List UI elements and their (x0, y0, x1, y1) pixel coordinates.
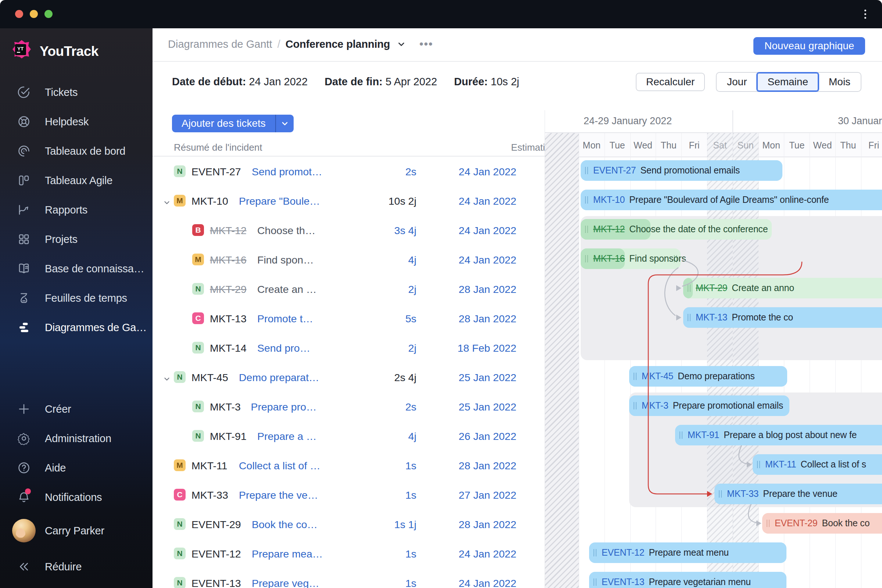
gantt-bar-MKT-29[interactable]: MKT-29Create an anno (683, 278, 882, 298)
start-date-value[interactable]: 24 Jan 2022 (459, 254, 516, 266)
more-options-icon[interactable]: ••• (419, 38, 433, 50)
drag-handle[interactable] (719, 490, 722, 498)
drag-handle[interactable] (585, 226, 588, 233)
gantt-bar-MKT-11[interactable]: MKT-11Collect a list of s (753, 454, 882, 475)
estimation-value[interactable]: 4j (408, 430, 416, 442)
start-date-value[interactable]: 27 Jan 2022 (459, 489, 516, 501)
drag-handle[interactable] (680, 432, 682, 439)
start-date-value[interactable]: 26 Jan 2022 (459, 430, 516, 442)
issue-summary-link[interactable]: Create an … (257, 284, 317, 296)
sidebar-item-administration[interactable]: Administration (0, 424, 153, 453)
start-date-value[interactable]: 24 Jan 2022 (459, 578, 516, 588)
issue-id[interactable]: MKT-14 (210, 342, 247, 354)
bar-issue-id[interactable]: EVENT-13 (602, 577, 645, 587)
drag-handle[interactable] (585, 255, 588, 262)
recalculate-button[interactable]: Recalculer (636, 73, 705, 91)
gantt-bar-MKT-12[interactable]: MKT-12Choose the date of the conference (580, 219, 772, 240)
issue-id[interactable]: MKT-11 (192, 460, 228, 472)
sidebar-item-user-profile[interactable]: Carry Parker (0, 514, 153, 547)
drag-handle[interactable] (688, 314, 690, 321)
bar-issue-id[interactable]: MKT-12 (593, 224, 625, 234)
issue-summary-link[interactable]: Prepare the ve… (239, 489, 318, 501)
issue-summary-link[interactable]: Promote t… (257, 313, 313, 325)
bar-issue-id[interactable]: MKT-3 (642, 400, 669, 411)
issue-row-EVENT-29[interactable]: NEVENT-29Book the co…1s 1j28 Jan 2022 (153, 509, 545, 539)
drag-handle[interactable] (594, 579, 597, 586)
sidebar-item-r-duire[interactable]: Réduire (0, 552, 153, 581)
window-close-button[interactable] (15, 10, 23, 18)
start-date-value[interactable]: 28 Jan 2022 (459, 313, 516, 325)
start-date-value[interactable]: 28 Jan 2022 (459, 460, 516, 472)
issue-id[interactable]: MKT-12 (210, 225, 247, 237)
issue-row-MKT-12[interactable]: BMKT-12Choose th…3s 4j24 Jan 2022 (153, 215, 545, 245)
drag-handle[interactable] (688, 285, 690, 292)
issue-id[interactable]: MKT-10 (192, 195, 228, 207)
estimation-value[interactable]: 1s 1j (394, 519, 416, 531)
drag-handle[interactable] (594, 549, 597, 556)
sidebar-item-helpdesk[interactable]: Helpdesk (0, 107, 153, 136)
sidebar-item-aide[interactable]: Aide (0, 453, 153, 483)
bar-issue-id[interactable]: MKT-11 (765, 459, 796, 469)
gantt-bar-MKT-45[interactable]: MKT-45Demo preparations (629, 366, 787, 387)
gantt-bar-EVENT-12[interactable]: EVENT-12Prepare meat menu (589, 542, 786, 563)
chevron-down-icon[interactable] (396, 39, 406, 49)
gantt-bar-EVENT-29[interactable]: EVENT-29Book the co (762, 513, 882, 534)
bar-issue-id[interactable]: MKT-33 (727, 488, 759, 499)
issue-row-MKT-10[interactable]: MMKT-10Prepare "Boule…10s 2j24 Jan 2022 (153, 186, 545, 215)
expand-chevron-icon[interactable] (163, 198, 171, 207)
issue-summary-link[interactable]: Prepare veg… (252, 578, 320, 588)
sidebar-item-feuilles-de-temps[interactable]: Feuilles de temps (0, 284, 153, 313)
issue-row-MKT-33[interactable]: CMKT-33Prepare the ve…1s27 Jan 2022 (153, 480, 545, 509)
issue-id[interactable]: MKT-3 (210, 401, 241, 413)
start-date-value[interactable]: 28 Jan 2022 (459, 519, 516, 531)
estimation-value[interactable]: 1s (405, 548, 416, 560)
gantt-bar-MKT-16[interactable]: MKT-16Find sponsors (580, 248, 681, 269)
drag-handle[interactable] (634, 373, 636, 380)
start-date-value[interactable]: 24 Jan 2022 (459, 195, 516, 207)
sidebar-item-diagrammes-de-ga[interactable]: Diagrammes de Ga… (0, 313, 153, 342)
sidebar-item-notifications[interactable]: Notifications (0, 483, 153, 512)
add-tickets-split-button[interactable]: Ajouter des tickets (172, 115, 294, 132)
bar-issue-id[interactable]: EVENT-12 (602, 547, 645, 558)
bar-issue-id[interactable]: MKT-45 (642, 371, 673, 381)
issue-row-MKT-11[interactable]: MMKT-11Collect a list of …1s28 Jan 2022 (153, 450, 545, 480)
estimation-value[interactable]: 10s 2j (388, 195, 416, 207)
sidebar-item-tickets[interactable]: Tickets (0, 78, 153, 107)
issue-id[interactable]: EVENT-12 (192, 548, 241, 560)
breadcrumb-current[interactable]: Conference planning (285, 38, 390, 50)
gantt-bar-MKT-33[interactable]: MKT-33Prepare the venue (714, 484, 882, 504)
issue-id[interactable]: MKT-29 (210, 284, 247, 296)
gantt-bar-EVENT-13[interactable]: EVENT-13Prepare vegetarian menu (589, 572, 786, 588)
estimation-value[interactable]: 5s (405, 313, 416, 325)
issue-summary-link[interactable]: Book the co… (252, 519, 318, 531)
expand-chevron-icon[interactable] (163, 375, 171, 383)
issue-summary-link[interactable]: Demo preparat… (239, 372, 320, 384)
issue-summary-link[interactable]: Prepare a … (257, 430, 317, 442)
issue-summary-link[interactable]: Prepare pro… (251, 401, 317, 413)
start-date-value[interactable]: 25 Jan 2022 (459, 401, 516, 413)
drag-handle[interactable] (634, 402, 636, 410)
sidebar-item-cr-er[interactable]: Créer (0, 394, 153, 424)
drag-handle[interactable] (766, 520, 770, 527)
sidebar-item-base-de-connaissa[interactable]: Base de connaissa… (0, 254, 153, 284)
estimation-value[interactable]: 3s 4j (394, 225, 416, 237)
window-menu-icon[interactable] (858, 7, 873, 21)
issue-summary-link[interactable]: Send promot… (252, 166, 322, 178)
drag-handle[interactable] (757, 461, 760, 468)
start-date-value[interactable]: 24 Jan 2022 (459, 166, 516, 178)
start-date-value[interactable]: 18 Feb 2022 (458, 342, 516, 354)
issue-id[interactable]: MKT-45 (192, 372, 228, 384)
zoom-option-mois[interactable]: Mois (818, 73, 861, 91)
gantt-bar-EVENT-27[interactable]: EVENT-27Send promotional emails (580, 160, 782, 181)
issue-summary-link[interactable]: Collect a list of … (239, 460, 321, 472)
drag-handle[interactable] (585, 167, 588, 174)
issue-summary-link[interactable]: Prepare "Boule… (239, 195, 320, 207)
issue-row-EVENT-12[interactable]: NEVENT-12Prepare mea…1s24 Jan 2022 (153, 539, 545, 568)
issue-summary-link[interactable]: Prepare mea… (252, 548, 322, 560)
bar-issue-id[interactable]: MKT-10 (593, 194, 625, 205)
issue-row-EVENT-13[interactable]: NEVENT-13Prepare veg…1s24 Jan 2022 (153, 568, 545, 588)
issue-id[interactable]: EVENT-29 (192, 519, 241, 531)
issue-row-MKT-45[interactable]: NMKT-45Demo preparat…2s 4j25 Jan 2022 (153, 362, 545, 392)
issue-row-MKT-3[interactable]: NMKT-3Prepare pro…2s25 Jan 2022 (153, 392, 545, 421)
issue-row-MKT-13[interactable]: CMKT-13Promote t…5s28 Jan 2022 (153, 303, 545, 333)
